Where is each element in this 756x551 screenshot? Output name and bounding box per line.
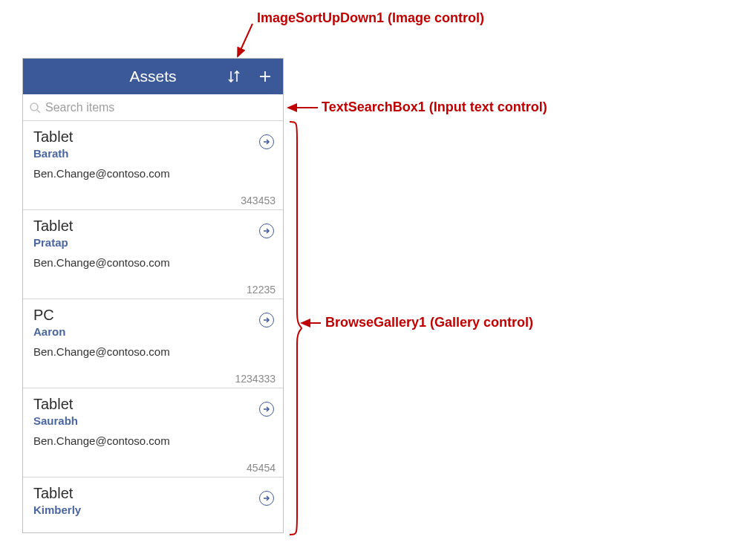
annotation-gallery: BrowseGallery1 (Gallery control) — [325, 315, 533, 330]
item-owner: Pratap — [33, 236, 273, 249]
item-title: Tablet — [33, 128, 273, 146]
item-title: Tablet — [33, 396, 273, 413]
item-owner: Kimberly — [33, 503, 273, 516]
chevron-right-icon[interactable] — [259, 313, 274, 327]
titlebar: Assets — [23, 59, 283, 94]
annotation-arrow — [287, 104, 319, 111]
item-email: Ben.Change@contoso.com — [33, 167, 273, 180]
search-input[interactable] — [41, 101, 277, 114]
chevron-right-icon[interactable] — [259, 491, 274, 506]
item-number: 343453 — [241, 195, 276, 206]
item-number: 12235 — [247, 284, 276, 296]
chevron-right-icon[interactable] — [259, 224, 274, 238]
svg-line-0 — [238, 24, 252, 56]
item-owner: Barath — [33, 147, 273, 160]
item-email: Ben.Change@contoso.com — [33, 345, 273, 358]
item-number: 45454 — [247, 462, 276, 474]
annotation-search: TextSearchBox1 (Input text control) — [322, 100, 547, 115]
list-item[interactable]: PC Aaron Ben.Change@contoso.com 1234333 — [23, 299, 283, 388]
list-item[interactable]: Tablet Kimberly — [23, 477, 283, 533]
list-item[interactable]: Tablet Saurabh Ben.Change@contoso.com 45… — [23, 388, 283, 477]
sort-icon[interactable] — [221, 63, 247, 90]
app-frame: Assets — [22, 58, 284, 533]
chevron-right-icon[interactable] — [259, 134, 274, 149]
item-email: Ben.Change@contoso.com — [33, 434, 273, 447]
chevron-right-icon[interactable] — [259, 402, 274, 417]
item-title: PC — [33, 307, 273, 324]
item-owner: Saurabh — [33, 414, 273, 427]
item-owner: Aaron — [33, 325, 273, 338]
list-item[interactable]: Tablet Pratap Ben.Change@contoso.com 122… — [23, 210, 283, 299]
item-title: Tablet — [33, 485, 273, 502]
annotation-sort: ImageSortUpDown1 (Image control) — [257, 10, 484, 26]
item-number: 1234333 — [235, 373, 276, 385]
item-email: Ben.Change@contoso.com — [33, 256, 273, 269]
list-item[interactable]: Tablet Barath Ben.Change@contoso.com 343… — [23, 121, 283, 210]
browse-gallery: Tablet Barath Ben.Change@contoso.com 343… — [23, 121, 283, 533]
search-icon — [29, 102, 41, 114]
annotation-arrow — [300, 319, 322, 327]
annotation-arrow — [235, 22, 257, 59]
svg-line-8 — [37, 110, 40, 113]
brace-icon — [288, 120, 303, 539]
svg-point-7 — [30, 103, 38, 111]
add-icon[interactable] — [252, 63, 278, 90]
search-bar — [23, 94, 283, 121]
item-title: Tablet — [33, 218, 273, 235]
